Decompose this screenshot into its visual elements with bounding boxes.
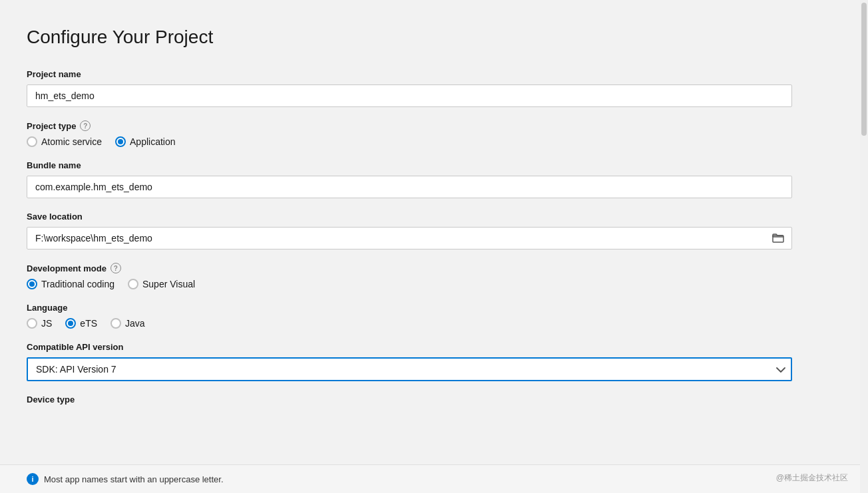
radio-option-js[interactable]: JS [27, 318, 52, 329]
page-title: Configure Your Project [27, 27, 792, 48]
save-location-label: Save location [27, 212, 792, 222]
project-type-radio-group: Atomic service Application [27, 136, 792, 147]
radio-application-indicator [115, 136, 126, 147]
radio-option-supervisual[interactable]: Super Visual [128, 279, 195, 289]
info-icon: i [27, 473, 39, 485]
info-bar: i Most app names start with an uppercase… [0, 464, 868, 493]
api-version-section: Compatible API version SDK: API Version … [27, 342, 792, 381]
info-text: Most app names start with an uppercase l… [44, 474, 224, 484]
watermark-text: @稀土掘金技术社区 [776, 472, 848, 484]
radio-option-ets[interactable]: eTS [65, 318, 97, 329]
project-name-section: Project name [27, 69, 792, 107]
radio-option-traditional[interactable]: Traditional coding [27, 279, 114, 289]
api-version-label: Compatible API version [27, 342, 792, 352]
radio-option-java[interactable]: Java [110, 318, 145, 329]
language-radio-group: JS eTS Java [27, 318, 792, 329]
save-location-section: Save location [27, 212, 792, 249]
project-name-input[interactable] [27, 84, 792, 107]
radio-ets-indicator [65, 318, 76, 329]
radio-ets-label: eTS [80, 318, 97, 329]
radio-traditional-label: Traditional coding [41, 279, 114, 289]
radio-option-application[interactable]: Application [115, 136, 176, 147]
development-mode-label: Development mode ? [27, 263, 792, 273]
radio-supervisual-indicator [128, 279, 138, 289]
save-location-wrapper [27, 227, 792, 249]
radio-java-indicator [110, 318, 121, 329]
project-type-label: Project type ? [27, 120, 792, 131]
radio-traditional-indicator [27, 279, 37, 289]
device-type-section: Device type [27, 395, 792, 410]
device-type-label: Device type [27, 395, 792, 405]
language-label: Language [27, 303, 792, 313]
folder-browse-button[interactable] [771, 232, 785, 245]
api-version-select-wrapper: SDK: API Version 7 SDK: API Version 8 SD… [27, 357, 792, 381]
scrollbar-track[interactable] [860, 0, 868, 493]
radio-js-indicator [27, 318, 37, 329]
radio-atomic-label: Atomic service [41, 136, 102, 147]
radio-application-label: Application [130, 136, 176, 147]
project-type-help-icon[interactable]: ? [80, 120, 91, 131]
development-mode-section: Development mode ? Traditional coding Su… [27, 263, 792, 289]
radio-option-atomic[interactable]: Atomic service [27, 136, 102, 147]
api-version-select[interactable]: SDK: API Version 7 SDK: API Version 8 SD… [27, 357, 792, 381]
bundle-name-label: Bundle name [27, 160, 792, 170]
language-section: Language JS eTS Java [27, 303, 792, 329]
radio-atomic-indicator [27, 136, 37, 147]
bundle-name-section: Bundle name [27, 160, 792, 198]
project-type-section: Project type ? Atomic service Applicatio… [27, 120, 792, 147]
radio-supervisual-label: Super Visual [142, 279, 195, 289]
development-mode-help-icon[interactable]: ? [110, 263, 121, 273]
radio-js-label: JS [41, 318, 52, 329]
save-location-input[interactable] [27, 227, 792, 249]
bundle-name-input[interactable] [27, 176, 792, 198]
project-name-label: Project name [27, 69, 792, 79]
scrollbar-thumb[interactable] [861, 3, 867, 136]
radio-java-label: Java [125, 318, 145, 329]
development-mode-radio-group: Traditional coding Super Visual [27, 279, 792, 289]
